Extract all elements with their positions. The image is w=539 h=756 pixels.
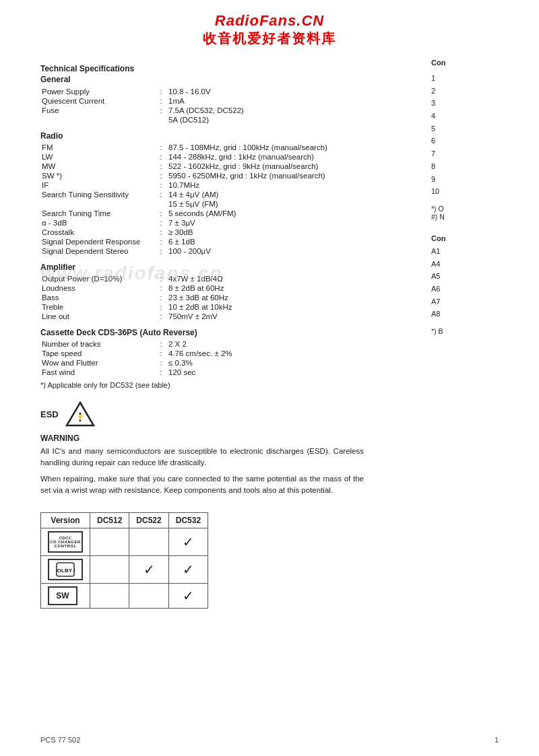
spec-label: Fast wind — [40, 368, 155, 377]
right-notes: *) O#) N — [431, 205, 532, 221]
right-column: Con 12345678910 *) O#) N Con A1A4A5A6A7A… — [431, 52, 539, 615]
spec-label: Quiescent Current — [40, 96, 155, 106]
spec-value: 5 seconds (AM/FM) — [167, 209, 418, 218]
footer-left: PCS 77 502 — [40, 736, 80, 744]
svg-text:DOLBY B: DOLBY B — [56, 568, 75, 574]
spec-label: Loudness — [40, 283, 155, 293]
spec-label: MW — [40, 162, 155, 171]
spec-colon: : — [155, 349, 167, 358]
right-number-item: 5 — [431, 123, 532, 135]
spec-label: Output Power (D=10%) — [40, 274, 155, 283]
spec-row: Bass : 23 ± 3dB at 60Hz — [40, 293, 418, 302]
sw-dc532: ✓ — [168, 584, 208, 609]
sw-icon: SW — [48, 586, 77, 605]
spec-row: Line out : 750mV ± 2mV — [40, 312, 418, 321]
spec-label: Signal Dependent Stereo — [40, 246, 155, 256]
spec-colon: : — [155, 162, 167, 171]
general-subtitle: General — [40, 75, 418, 84]
svg-text:⚡: ⚡ — [76, 412, 85, 421]
spec-label: Bass — [40, 293, 155, 302]
amplifier-subtitle: Amplifier — [40, 263, 418, 272]
spec-colon: : — [155, 274, 167, 283]
spec-colon: : — [155, 358, 167, 368]
cdcc-dc522 — [129, 528, 168, 556]
version-row-sw: SW ✓ — [41, 584, 208, 609]
right-footnote: *) B — [431, 327, 532, 335]
footnote: *) Applicable only for DC532 (see table) — [40, 381, 418, 389]
spec-colon: : — [155, 96, 167, 106]
spec-label: Search Tuning Time — [40, 209, 155, 218]
sw-feature-cell: SW — [41, 584, 90, 609]
spec-value: 6 ± 1dB — [167, 237, 418, 246]
spec-value: 87.5 - 108MHz, grid : 100kHz (manual/sea… — [167, 143, 418, 152]
dolby-icon: DOLBY B — [48, 559, 83, 580]
cdcc-icon: CDCC CD CHANGER CONTROL — [48, 531, 83, 553]
warning-text-2: When repairing, make sure that you care … — [40, 473, 364, 497]
spec-value: 4x7W ± 1dB/4Ω — [167, 274, 418, 283]
header-title-cn: 收音机爱好者资料库 — [0, 30, 539, 48]
right-number-item: 1 — [431, 72, 532, 85]
page: RadioFans.CN 收音机爱好者资料库 www.radiofans.cn … — [0, 0, 539, 756]
spec-row: Quiescent Current : 1mA — [40, 96, 418, 106]
spec-row: LW : 144 - 288kHz, grid : 1kHz (manual/s… — [40, 152, 418, 162]
spec-label — [40, 115, 155, 125]
spec-label: LW — [40, 152, 155, 162]
general-specs-table: Power Supply : 10.8 - 16.0V Quiescent Cu… — [40, 87, 418, 125]
version-table: Version DC512 DC522 DC532 CDCC — [40, 512, 208, 609]
spec-row: Fast wind : 120 sec — [40, 368, 418, 377]
spec-row: Signal Dependent Response : 6 ± 1dB — [40, 237, 418, 246]
footer-right: 1 — [495, 736, 499, 744]
spec-value: 14 ± 4μV (AM) — [167, 190, 418, 199]
spec-value: 4.76 cm/sec. ± 2% — [167, 349, 418, 358]
right-number-item: 8 — [431, 160, 532, 173]
spec-row: Power Supply : 10.8 - 16.0V — [40, 87, 418, 96]
version-row-dolby: DOLBY B ✓ ✓ — [41, 556, 208, 584]
spec-value: 5A (DC512) — [167, 115, 418, 125]
spec-row: Number of tracks : 2 X 2 — [40, 339, 418, 349]
right-number-item: 3 — [431, 97, 532, 110]
dolby-svg: DOLBY B — [56, 562, 75, 577]
right-letter-item: A8 — [431, 308, 532, 320]
spec-colon: : — [155, 143, 167, 152]
spec-label: Tape speed — [40, 349, 155, 358]
spec-row: SW *) : 5950 - 6250MHz, grid : 1kHz (man… — [40, 171, 418, 180]
version-dc522: DC522 — [129, 513, 168, 528]
right-number-item: 9 — [431, 173, 532, 186]
spec-colon — [155, 115, 167, 125]
right-note-item: *) O — [431, 205, 532, 213]
spec-label: Search Tuning Sensitivity — [40, 190, 155, 199]
dolby-dc522: ✓ — [129, 556, 168, 584]
spec-label: IF — [40, 180, 155, 190]
cassette-subtitle: Cassette Deck CDS-36PS (Auto Reverse) — [40, 328, 418, 337]
version-dc512: DC512 — [90, 513, 129, 528]
right-con-label: Con — [431, 59, 532, 67]
tech-specs-title: Technical Specifications — [40, 64, 418, 73]
right-number-item: 7 — [431, 147, 532, 160]
spec-value: 8 ± 2dB at 60Hz — [167, 283, 418, 293]
right-numbers: 12345678910 — [431, 72, 532, 198]
spec-value: 100 - 200μV — [167, 246, 418, 256]
spec-row: Output Power (D=10%) : 4x7W ± 1dB/4Ω — [40, 274, 418, 283]
spec-colon: : — [155, 302, 167, 312]
spec-label — [40, 199, 155, 209]
spec-value: 120 sec — [167, 368, 418, 377]
spec-value: 10.7MHz — [167, 180, 418, 190]
spec-value: 2 X 2 — [167, 339, 418, 349]
spec-label: Signal Dependent Response — [40, 237, 155, 246]
spec-colon: : — [155, 246, 167, 256]
cdcc-feature-cell: CDCC CD CHANGER CONTROL — [41, 528, 90, 556]
spec-colon: : — [155, 312, 167, 321]
spec-value: 10.8 - 16.0V — [167, 87, 418, 96]
sw-dc522 — [129, 584, 168, 609]
right-letter-item: A5 — [431, 270, 532, 283]
spec-value: ≥ 30dB — [167, 228, 418, 237]
spec-row: Signal Dependent Stereo : 100 - 200μV — [40, 246, 418, 256]
spec-row: Crosstalk : ≥ 30dB — [40, 228, 418, 237]
sw-dc512 — [90, 584, 129, 609]
right-number-item: 10 — [431, 185, 532, 198]
spec-value: 144 - 288kHz, grid : 1kHz (manual/search… — [167, 152, 418, 162]
cdcc-dc512 — [90, 528, 129, 556]
spec-row: Tape speed : 4.76 cm/sec. ± 2% — [40, 349, 418, 358]
amplifier-specs-table: Output Power (D=10%) : 4x7W ± 1dB/4Ω Lou… — [40, 274, 418, 321]
spec-value: 15 ± 5μV (FM) — [167, 199, 418, 209]
